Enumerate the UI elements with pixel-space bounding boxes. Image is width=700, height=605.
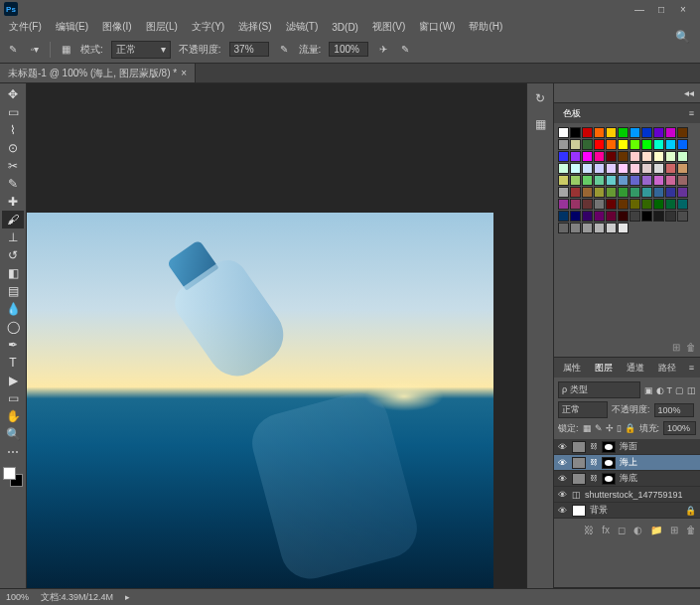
color-swatch[interactable] (582, 199, 593, 210)
menu-layer[interactable]: 图层(L) (141, 19, 183, 35)
color-swatch[interactable] (653, 127, 664, 138)
color-swatch[interactable] (570, 139, 581, 150)
layer-row[interactable]: 👁背景🔒 (554, 503, 700, 519)
adjustment-layer-icon[interactable]: ◐ (633, 525, 642, 535)
color-swatch[interactable] (558, 187, 569, 198)
color-swatch[interactable] (606, 223, 617, 233)
eyedropper-tool[interactable]: ✎ (2, 175, 24, 193)
path-select-tool[interactable]: ▶ (2, 372, 24, 389)
marquee-tool[interactable]: ▭ (2, 103, 24, 121)
mask-thumbnail[interactable] (602, 441, 616, 453)
menu-select[interactable]: 选择(S) (233, 19, 276, 35)
color-swatch[interactable] (594, 127, 605, 138)
menu-image[interactable]: 图像(I) (97, 19, 136, 35)
brush-preview-icon[interactable]: ✎ (6, 43, 20, 57)
layer-style-icon[interactable]: fx (602, 525, 610, 535)
color-swatch[interactable] (594, 223, 605, 233)
layer-name[interactable]: 海底 (620, 472, 637, 485)
layer-row[interactable]: 👁◫shutterstock_147759191 (554, 487, 700, 503)
color-swatch[interactable] (570, 223, 581, 233)
close-tab-icon[interactable]: × (181, 68, 187, 78)
color-swatch[interactable] (606, 163, 617, 174)
color-swatch[interactable] (558, 127, 569, 138)
crop-tool[interactable]: ✂ (2, 157, 24, 175)
color-swatch[interactable] (630, 187, 640, 198)
color-swatch[interactable] (618, 199, 629, 210)
flow-input[interactable]: 100% (329, 42, 368, 57)
minimize-button[interactable]: — (634, 4, 644, 14)
color-swatch[interactable] (641, 175, 652, 186)
mask-thumbnail[interactable] (602, 457, 616, 469)
color-swatch[interactable] (582, 211, 593, 222)
color-swatch[interactable] (606, 175, 617, 186)
type-tool[interactable]: T (2, 354, 24, 372)
color-swatch[interactable] (665, 175, 676, 186)
color-swatch[interactable] (677, 211, 688, 222)
visibility-toggle-icon[interactable]: 👁 (558, 474, 568, 484)
color-swatch[interactable] (558, 163, 569, 174)
layer-row[interactable]: 👁⛓海上 (554, 455, 700, 471)
color-swatch[interactable] (618, 223, 629, 233)
opacity-input[interactable]: 37% (229, 42, 269, 57)
layers-panel-menu-icon[interactable]: ≡ (689, 363, 694, 373)
tab-properties[interactable]: 属性 (560, 360, 584, 377)
color-swatch[interactable] (618, 127, 629, 138)
maximize-button[interactable]: □ (656, 4, 666, 14)
color-swatch[interactable] (582, 127, 593, 138)
canvas-area[interactable] (27, 83, 526, 588)
color-swatch[interactable] (677, 199, 688, 210)
color-swatch[interactable] (594, 211, 605, 222)
color-swatch[interactable] (606, 211, 617, 222)
new-layer-icon[interactable]: ⊞ (670, 525, 678, 535)
doc-info[interactable]: 文档:4.39M/12.4M (41, 591, 113, 604)
color-swatch[interactable] (594, 175, 605, 186)
color-swatch[interactable] (570, 187, 581, 198)
visibility-toggle-icon[interactable]: 👁 (558, 442, 568, 452)
layer-mask-icon[interactable]: ◻ (618, 525, 626, 535)
blur-tool[interactable]: 💧 (2, 300, 24, 318)
color-swatch[interactable] (630, 139, 640, 150)
layer-thumbnail[interactable] (572, 473, 586, 485)
brush-preset-icon[interactable]: ◦▾ (28, 43, 42, 57)
layer-blend-dropdown[interactable]: 正常 (558, 401, 608, 418)
layer-thumbnail[interactable] (572, 441, 586, 453)
color-swatch[interactable] (677, 163, 688, 174)
shape-tool[interactable]: ▭ (2, 389, 24, 407)
close-window-button[interactable]: × (678, 4, 688, 14)
color-swatch[interactable] (618, 175, 629, 186)
new-swatch-icon[interactable]: ⊞ (672, 342, 680, 353)
visibility-toggle-icon[interactable]: 👁 (558, 458, 568, 468)
color-swatch[interactable] (606, 187, 617, 198)
color-swatch[interactable] (618, 211, 629, 222)
layer-filter-dropdown[interactable]: ρ 类型 (558, 381, 640, 398)
color-swatch[interactable] (641, 187, 652, 198)
color-swatch[interactable] (582, 223, 593, 233)
stamp-tool[interactable]: ⊥ (2, 228, 24, 246)
edit-toolbar-icon[interactable]: ⋯ (2, 443, 24, 461)
color-swatch[interactable] (665, 163, 676, 174)
layer-name[interactable]: 海面 (620, 440, 637, 453)
mask-thumbnail[interactable] (602, 473, 616, 485)
document-tab[interactable]: 未标题-1 @ 100% (海上, 图层蒙版/8) * × (0, 64, 196, 82)
tab-swatches[interactable]: 色板 (560, 105, 584, 122)
filter-smart-icon[interactable]: ◫ (687, 385, 696, 395)
pen-tool[interactable]: ✒ (2, 336, 24, 354)
layer-group-icon[interactable]: 📁 (650, 525, 662, 535)
color-swatch[interactable] (618, 139, 629, 150)
color-swatch[interactable] (665, 211, 676, 222)
airbrush-icon[interactable]: ✈ (376, 43, 390, 57)
color-swatch[interactable] (558, 151, 569, 162)
color-swatch[interactable] (570, 175, 581, 186)
lock-all-icon[interactable]: 🔒 (625, 423, 635, 433)
history-brush-tool[interactable]: ↺ (2, 246, 24, 264)
color-swatch[interactable] (570, 211, 581, 222)
color-swatch[interactable] (677, 187, 688, 198)
pressure-opacity-icon[interactable]: ✎ (277, 43, 291, 57)
lock-image-icon[interactable]: ✎ (595, 423, 603, 433)
layer-opacity-input[interactable]: 100% (654, 403, 694, 417)
visibility-toggle-icon[interactable]: 👁 (558, 490, 568, 500)
color-swatch[interactable] (653, 151, 664, 162)
layer-row[interactable]: 👁⛓海面 (554, 439, 700, 455)
color-swatch[interactable] (641, 139, 652, 150)
zoom-level[interactable]: 100% (6, 592, 29, 602)
